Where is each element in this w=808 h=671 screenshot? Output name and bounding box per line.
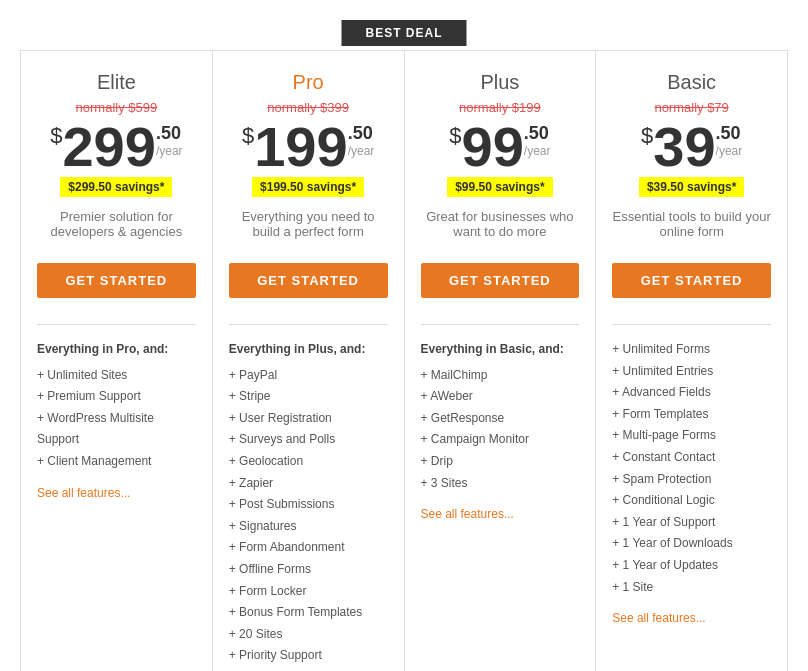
feature-item: + GetResponse xyxy=(421,408,580,430)
feature-item: + Advanced Fields xyxy=(612,382,771,404)
price-row-elite: $ 299 .50 /year xyxy=(37,119,196,175)
plan-elite: Elite normally $599 $ 299 .50 /year $299… xyxy=(21,51,213,671)
price-row-pro: $ 199 .50 /year xyxy=(229,119,388,175)
price-dollar-pro: $ xyxy=(242,123,254,149)
plan-description-elite: Premier solution for developers & agenci… xyxy=(37,209,196,249)
feature-item: + Client Management xyxy=(37,451,196,473)
feature-item: + Form Abandonment xyxy=(229,537,388,559)
normal-price-basic: normally $79 xyxy=(612,100,771,115)
feature-item: + Form Locker xyxy=(229,581,388,603)
price-row-plus: $ 99 .50 /year xyxy=(421,119,580,175)
feature-item: + 20 Sites xyxy=(229,624,388,646)
price-cents-plus: .50 xyxy=(524,123,549,144)
feature-item: + 3 Sites xyxy=(421,473,580,495)
price-year-pro: /year xyxy=(348,144,375,158)
get-started-button-basic[interactable]: GET STARTED xyxy=(612,263,771,298)
price-cents-year-elite: .50 /year xyxy=(156,123,183,158)
plan-pro: Pro normally $399 $ 199 .50 /year $199.5… xyxy=(213,51,405,671)
price-main-plus: 99 xyxy=(462,119,524,175)
price-dollar-basic: $ xyxy=(641,123,653,149)
plan-description-pro: Everything you need to build a perfect f… xyxy=(229,209,388,249)
feature-item: + Drip xyxy=(421,451,580,473)
best-deal-label: BEST DEAL xyxy=(365,26,442,40)
plan-basic: Basic normally $79 $ 39 .50 /year $39.50… xyxy=(596,51,787,671)
feature-item: + User Registration xyxy=(229,408,388,430)
feature-item: + AWeber xyxy=(421,386,580,408)
divider-basic xyxy=(612,324,771,325)
price-dollar-elite: $ xyxy=(50,123,62,149)
feature-item: + MailChimp xyxy=(421,365,580,387)
see-all-link-elite[interactable]: See all features... xyxy=(37,483,130,505)
feature-item: + 1 Site xyxy=(612,577,771,599)
price-main-pro: 199 xyxy=(254,119,347,175)
feature-item: + Premium Support xyxy=(37,386,196,408)
plan-description-plus: Great for businesses who want to do more xyxy=(421,209,580,249)
feature-item: + Signatures xyxy=(229,516,388,538)
price-cents-basic: .50 xyxy=(716,123,741,144)
price-year-plus: /year xyxy=(524,144,551,158)
see-all-link-plus[interactable]: See all features... xyxy=(421,504,514,526)
feature-item: + Stripe xyxy=(229,386,388,408)
divider-plus xyxy=(421,324,580,325)
feature-item: + WordPress Multisite Support xyxy=(37,408,196,451)
normal-price-pro: normally $399 xyxy=(229,100,388,115)
features-list-elite: Everything in Pro, and: + Unlimited Site… xyxy=(37,339,196,504)
savings-badge-basic: $39.50 savings* xyxy=(639,177,744,197)
features-header-elite: Everything in Pro, and: xyxy=(37,339,196,361)
price-row-basic: $ 39 .50 /year xyxy=(612,119,771,175)
features-header-plus: Everything in Basic, and: xyxy=(421,339,580,361)
plan-description-basic: Essential tools to build your online for… xyxy=(612,209,771,249)
feature-item: + Multi-page Forms xyxy=(612,425,771,447)
feature-item: + Form Templates xyxy=(612,404,771,426)
price-cents-year-basic: .50 /year xyxy=(716,123,743,158)
feature-item: + Unlimited Entries xyxy=(612,361,771,383)
price-cents-year-plus: .50 /year xyxy=(524,123,551,158)
feature-item: + Unlimited Forms xyxy=(612,339,771,361)
get-started-button-elite[interactable]: GET STARTED xyxy=(37,263,196,298)
savings-badge-pro: $199.50 savings* xyxy=(252,177,364,197)
plan-plus: Plus normally $199 $ 99 .50 /year $99.50… xyxy=(405,51,597,671)
feature-item: + Geolocation xyxy=(229,451,388,473)
feature-item: + 1 Year of Updates xyxy=(612,555,771,577)
feature-item: + Constant Contact xyxy=(612,447,771,469)
plan-name-elite: Elite xyxy=(37,71,196,94)
pricing-wrapper: BEST DEAL Elite normally $599 $ 299 .50 … xyxy=(20,20,788,671)
feature-item: + Conditional Logic xyxy=(612,490,771,512)
features-list-plus: Everything in Basic, and: + MailChimp+ A… xyxy=(421,339,580,526)
plan-name-basic: Basic xyxy=(612,71,771,94)
feature-item: + Post Submissions xyxy=(229,494,388,516)
feature-item: + Campaign Monitor xyxy=(421,429,580,451)
normal-price-elite: normally $599 xyxy=(37,100,196,115)
plan-name-plus: Plus xyxy=(421,71,580,94)
get-started-button-plus[interactable]: GET STARTED xyxy=(421,263,580,298)
features-list-basic: + Unlimited Forms+ Unlimited Entries+ Ad… xyxy=(612,339,771,630)
normal-price-plus: normally $199 xyxy=(421,100,580,115)
pricing-table: Elite normally $599 $ 299 .50 /year $299… xyxy=(20,50,788,671)
price-cents-year-pro: .50 /year xyxy=(348,123,375,158)
price-main-basic: 39 xyxy=(653,119,715,175)
price-year-basic: /year xyxy=(716,144,743,158)
price-cents-elite: .50 xyxy=(156,123,181,144)
feature-item: + Bonus Form Templates xyxy=(229,602,388,624)
divider-pro xyxy=(229,324,388,325)
feature-item: + Surveys and Polls xyxy=(229,429,388,451)
feature-item: + 1 Year of Support xyxy=(612,512,771,534)
feature-item: + Priority Support xyxy=(229,645,388,667)
savings-badge-plus: $99.50 savings* xyxy=(447,177,552,197)
feature-item: + Offline Forms xyxy=(229,559,388,581)
feature-item: + 1 Year of Downloads xyxy=(612,533,771,555)
plan-name-pro: Pro xyxy=(229,71,388,94)
features-list-pro: Everything in Plus, and: + PayPal+ Strip… xyxy=(229,339,388,671)
best-deal-banner: BEST DEAL xyxy=(341,20,466,46)
price-dollar-plus: $ xyxy=(449,123,461,149)
get-started-button-pro[interactable]: GET STARTED xyxy=(229,263,388,298)
feature-item: + PayPal xyxy=(229,365,388,387)
feature-item: + Spam Protection xyxy=(612,469,771,491)
savings-badge-elite: $299.50 savings* xyxy=(60,177,172,197)
feature-item: + Zapier xyxy=(229,473,388,495)
see-all-link-basic[interactable]: See all features... xyxy=(612,608,705,630)
price-main-elite: 299 xyxy=(62,119,155,175)
price-year-elite: /year xyxy=(156,144,183,158)
price-cents-pro: .50 xyxy=(348,123,373,144)
divider-elite xyxy=(37,324,196,325)
